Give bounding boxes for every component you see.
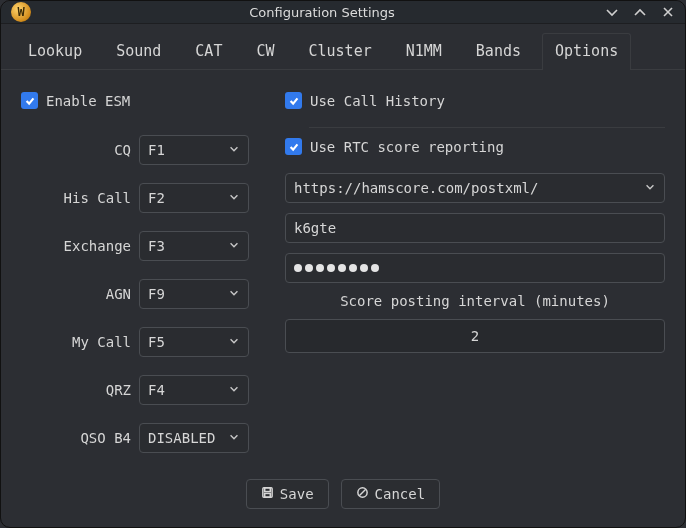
my-call-value: F5 — [148, 334, 165, 350]
qrz-select[interactable]: F4 — [139, 375, 249, 405]
chevron-down-icon — [228, 286, 240, 302]
chevron-down-icon — [228, 430, 240, 446]
my-call-select[interactable]: F5 — [139, 327, 249, 357]
window-title: Configuration Settings — [39, 5, 605, 20]
my-call-label: My Call — [21, 334, 131, 350]
maximize-button[interactable] — [633, 5, 647, 19]
configuration-window: W Configuration Settings Lookup Sound CA… — [0, 0, 686, 528]
his-call-value: F2 — [148, 190, 165, 206]
save-label: Save — [280, 486, 314, 502]
his-call-row: His Call F2 — [21, 183, 261, 213]
tab-n1mm[interactable]: N1MM — [393, 33, 455, 70]
exchange-row: Exchange F3 — [21, 231, 261, 261]
tab-cat[interactable]: CAT — [182, 33, 235, 70]
chevron-down-icon — [228, 334, 240, 350]
his-call-label: His Call — [21, 190, 131, 206]
interval-value: 2 — [471, 328, 479, 344]
minimize-button[interactable] — [605, 5, 619, 19]
enable-esm-checkbox[interactable]: Enable ESM — [21, 92, 261, 109]
interval-input[interactable]: 2 — [285, 319, 665, 353]
password-mask — [294, 264, 379, 272]
agn-label: AGN — [21, 286, 131, 302]
qso-b4-label: QSO B4 — [21, 430, 131, 446]
check-icon — [285, 92, 302, 109]
titlebar: W Configuration Settings — [1, 1, 685, 24]
exchange-label: Exchange — [21, 238, 131, 254]
footer: Save Cancel — [1, 463, 685, 527]
rtc-url-value: https://hamscore.com/postxml/ — [294, 180, 538, 196]
chevron-down-icon — [228, 382, 240, 398]
tabbar: Lookup Sound CAT CW Cluster N1MM Bands O… — [1, 24, 685, 70]
tab-lookup[interactable]: Lookup — [15, 33, 95, 70]
interval-label: Score posting interval (minutes) — [285, 293, 665, 309]
use-rtc-checkbox[interactable]: Use RTC score reporting — [285, 138, 665, 155]
qrz-value: F4 — [148, 382, 165, 398]
svg-rect-4 — [265, 493, 271, 497]
use-rtc-label: Use RTC score reporting — [310, 139, 504, 155]
tab-bands[interactable]: Bands — [463, 33, 534, 70]
rtc-url-combo[interactable]: https://hamscore.com/postxml/ — [285, 173, 665, 203]
exchange-value: F3 — [148, 238, 165, 254]
use-call-history-checkbox[interactable]: Use Call History — [285, 92, 665, 109]
cq-value: F1 — [148, 142, 165, 158]
enable-esm-label: Enable ESM — [46, 93, 130, 109]
my-call-row: My Call F5 — [21, 327, 261, 357]
rtc-settings: https://hamscore.com/postxml/ k6gte Scor… — [285, 163, 665, 353]
cq-select[interactable]: F1 — [139, 135, 249, 165]
tab-options[interactable]: Options — [542, 33, 631, 70]
agn-select[interactable]: F9 — [139, 279, 249, 309]
his-call-select[interactable]: F2 — [139, 183, 249, 213]
chevron-down-icon — [228, 142, 240, 158]
chevron-down-icon — [644, 180, 656, 196]
chevron-down-icon — [228, 238, 240, 254]
cancel-icon — [356, 486, 369, 502]
tab-cw[interactable]: CW — [243, 33, 287, 70]
cancel-label: Cancel — [375, 486, 426, 502]
qrz-label: QRZ — [21, 382, 131, 398]
check-icon — [285, 138, 302, 155]
rtc-column: Use Call History Use RTC score reporting… — [285, 92, 665, 453]
cq-row: CQ F1 — [21, 135, 261, 165]
rtc-user-value: k6gte — [294, 220, 336, 236]
agn-value: F9 — [148, 286, 165, 302]
tab-cluster[interactable]: Cluster — [296, 33, 385, 70]
save-button[interactable]: Save — [246, 479, 329, 509]
cancel-button[interactable]: Cancel — [341, 479, 441, 509]
qso-b4-row: QSO B4 DISABLED — [21, 423, 261, 453]
rtc-user-input[interactable]: k6gte — [285, 213, 665, 243]
rtc-password-input[interactable] — [285, 253, 665, 283]
qso-b4-value: DISABLED — [148, 430, 215, 446]
use-call-history-label: Use Call History — [310, 93, 445, 109]
qso-b4-select[interactable]: DISABLED — [139, 423, 249, 453]
qrz-row: QRZ F4 — [21, 375, 261, 405]
save-icon — [261, 486, 274, 502]
cq-label: CQ — [21, 142, 131, 158]
svg-rect-3 — [265, 488, 271, 492]
divider — [309, 127, 665, 128]
content: Enable ESM CQ F1 His Call F2 — [1, 70, 685, 463]
chevron-down-icon — [228, 190, 240, 206]
exchange-select[interactable]: F3 — [139, 231, 249, 261]
app-icon: W — [11, 2, 31, 22]
check-icon — [21, 92, 38, 109]
tab-sound[interactable]: Sound — [103, 33, 174, 70]
svg-line-6 — [359, 489, 366, 496]
esm-column: Enable ESM CQ F1 His Call F2 — [21, 92, 261, 453]
close-button[interactable] — [661, 5, 675, 19]
window-buttons — [605, 5, 675, 19]
agn-row: AGN F9 — [21, 279, 261, 309]
